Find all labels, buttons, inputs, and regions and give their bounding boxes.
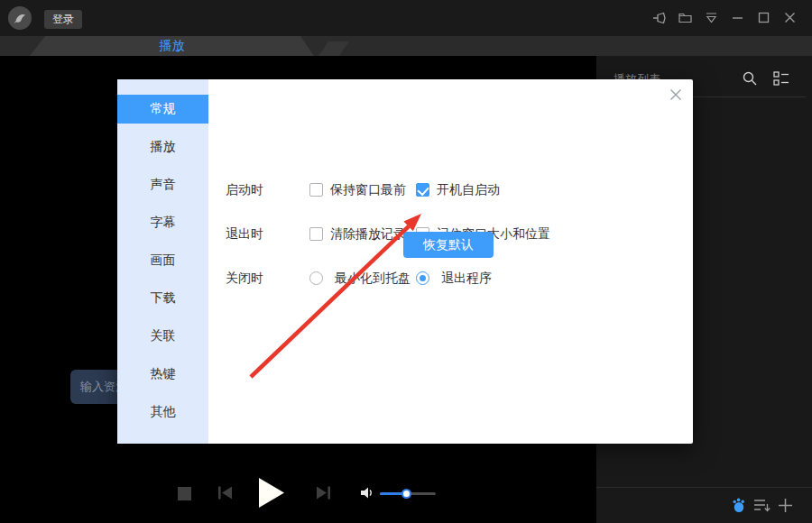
open-folder-icon[interactable]	[678, 10, 693, 25]
tab-playing[interactable]: 播放	[30, 36, 314, 56]
tab-playing-label: 播放	[160, 38, 185, 54]
layout-list-icon[interactable]	[773, 71, 789, 89]
option-exit-program[interactable]: 退出程序	[416, 271, 492, 286]
sidebar-item-playback[interactable]: 播放	[117, 133, 208, 161]
play-button[interactable]	[257, 477, 285, 509]
close-window-icon[interactable]	[782, 10, 798, 25]
volume-slider[interactable]	[380, 492, 436, 495]
main-menu-icon[interactable]	[704, 10, 719, 25]
option-keep-window-top[interactable]: 保持窗口最前	[309, 182, 406, 197]
settings-sidebar: 常规 播放 声音 字幕 画面 下载 关联 热键 其他	[117, 79, 208, 444]
maximize-icon[interactable]	[756, 10, 771, 25]
row-label-close: 关闭时	[226, 271, 263, 286]
login-button[interactable]: 登录	[44, 10, 82, 29]
playlist-footer-divider	[596, 487, 812, 488]
login-label: 登录	[52, 12, 74, 27]
app-window: 登录 播放	[0, 0, 812, 523]
sidebar-item-assoc[interactable]: 关联	[117, 322, 208, 351]
add-to-playlist-icon[interactable]	[777, 497, 794, 518]
search-icon[interactable]	[742, 70, 758, 90]
tab-stub[interactable]	[318, 41, 349, 56]
sidebar-item-other[interactable]: 其他	[117, 398, 208, 427]
sidebar-item-general[interactable]: 常规	[117, 95, 208, 124]
sidebar-item-download[interactable]: 下载	[117, 284, 208, 313]
paw-icon[interactable]	[732, 497, 748, 517]
checkbox-keep-window-top[interactable]	[309, 183, 323, 197]
radio-minimize-to-tray[interactable]	[309, 271, 323, 285]
option-clear-history[interactable]: 清除播放记录	[309, 226, 406, 242]
stop-button[interactable]	[178, 487, 191, 500]
checkbox-launch-on-boot[interactable]	[416, 183, 429, 197]
close-dialog-icon[interactable]	[667, 86, 685, 104]
row-label-exit: 退出时	[226, 226, 263, 242]
previous-button[interactable]	[217, 485, 234, 500]
pin-icon[interactable]	[651, 10, 667, 25]
settings-row-close: 关闭时 最小化到托盘 退出程序	[117, 271, 693, 286]
option-minimize-to-tray[interactable]: 最小化到托盘	[309, 271, 411, 286]
settings-dialog: 常规 播放 声音 字幕 画面 下载 关联 热键 其他 启动时 保持窗口最前 开机…	[117, 79, 693, 444]
option-launch-on-boot[interactable]: 开机自启动	[416, 182, 500, 197]
settings-row-startup: 启动时 保持窗口最前 开机自启动	[117, 182, 693, 197]
window-controls	[651, 10, 798, 25]
row-label-startup: 启动时	[226, 182, 263, 197]
sidebar-item-hotkeys[interactable]: 热键	[117, 360, 208, 389]
volume-icon[interactable]	[359, 485, 374, 500]
checkbox-clear-history[interactable]	[309, 227, 323, 241]
volume-slider-thumb[interactable]	[401, 489, 411, 499]
restore-defaults-button[interactable]: 恢复默认	[403, 232, 494, 258]
playlist-order-icon[interactable]	[753, 498, 770, 517]
radio-exit-program[interactable]	[416, 271, 429, 285]
app-logo-icon	[8, 6, 32, 30]
tab-bar: 播放	[0, 36, 812, 56]
next-button[interactable]	[315, 485, 332, 500]
titlebar: 登录	[0, 0, 812, 36]
minimize-icon[interactable]	[730, 10, 745, 25]
